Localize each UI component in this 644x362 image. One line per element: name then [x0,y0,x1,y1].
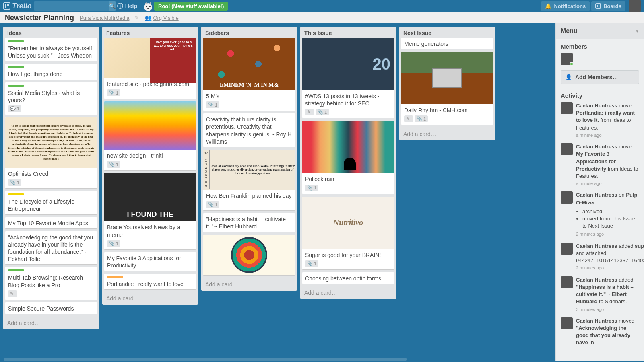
svg-point-0 [144,3,152,11]
boards-button[interactable]: Boards [591,1,625,11]
card-cover-image [104,101,196,150]
card-title: Multi-Tab Browsing: Research Blog Posts … [5,272,97,290]
card-cover-image [104,38,196,78]
card[interactable]: EMINEM 'N' M IN M&5 M's📎1 [203,38,295,111]
card[interactable]: Multi-Tab Browsing: Research Blog Posts … [5,267,97,300]
list-cards: featured site - pdxneighbors.com📎1new si… [102,38,198,292]
add-card-button[interactable]: Add a card… [3,317,99,329]
list: This Issue20#WDS 13 posts in 13 tweets -… [300,27,396,299]
list-title[interactable]: Next Issue [399,27,495,38]
card-cover-image [203,235,295,275]
pencil-icon: ✎ [406,116,410,121]
board-icon [3,2,10,10]
activity-avatar[interactable] [561,191,573,204]
org-link[interactable]: Pura Vida MultiMedia [80,15,129,21]
card[interactable]: "Remember to always be yourself. Unless … [5,38,97,61]
add-card-button[interactable]: Add a card… [102,292,198,305]
card[interactable]: Pollock rain📎1 [302,121,394,194]
card-badges: 📎1 [104,240,196,249]
add-card-button[interactable]: Add a card… [399,128,495,140]
card[interactable]: Simple Secure Passwords [5,302,97,314]
online-status-icon [570,62,574,66]
list: Ideas"Remember to always be yourself. Un… [3,27,99,329]
card-badges: 📎1 [104,89,196,99]
activity-avatar[interactable] [561,243,573,255]
list-title[interactable]: Features [102,27,198,38]
add-card-button[interactable]: Add a card… [300,286,396,299]
chevron-down-icon: ▼ [635,29,639,33]
app-header: Trello 🔍 ⓘ Help Roo! (New stuff availabl… [0,0,644,12]
help-button[interactable]: ⓘ Help [114,1,140,12]
activity-avatar[interactable] [561,143,573,155]
activity-item: Caelan Huntress moved My Favorite 3 Appl… [561,143,639,187]
paperclip-icon: 📎 [109,162,115,167]
card[interactable]: Creativity that blurs clarity is pretent… [203,113,295,147]
card-title: Choosing between optin forms [302,272,394,284]
card[interactable]: Read or overlook my acco and dine. Work.… [203,150,295,211]
horizontal-scrollbar[interactable] [4,358,407,361]
activity-timestamp: 3 minutes ago [576,306,639,313]
card[interactable]: Social Media Styles - what is yours?💬1 [5,82,97,115]
search-input[interactable] [34,3,109,9]
list-title[interactable]: This Issue [300,27,396,38]
roo-new-stuff-button[interactable]: Roo! (New stuff available!) [154,2,228,11]
user-avatar[interactable] [629,0,641,12]
svg-point-3 [147,8,149,9]
activity-timestamp: a minute ago [576,132,639,138]
comments-badge: 💬1 [8,105,21,112]
board-title[interactable]: Newsletter Planning [5,14,74,22]
card[interactable]: My Top 10 Favorite Mobile Apps [5,217,97,229]
list-cards: EMINEM 'N' M IN M&5 M's📎1Creativity that… [201,38,297,278]
trello-logo[interactable]: Trello [3,2,32,10]
activity-item: Caelan Huntress moved "Acknowledging the… [561,317,639,347]
card[interactable]: new site design - triniti📎1 [104,101,196,171]
card-cover-image: Read or overlook my acco and dine. Work.… [203,150,295,190]
card[interactable]: 20#WDS 13 posts in 13 tweets - strategy … [302,38,394,118]
card[interactable]: Choosing between optin forms [302,272,394,284]
activity-avatar[interactable] [561,276,573,288]
card-title: "Remember to always be yourself. Unless … [5,42,97,61]
card[interactable]: NutritivoSugar is good for your BRAIN!📎1 [302,197,394,270]
list-cards: Meme generatorsDaily Rhythm - CMH.com✎📎1 [399,38,495,128]
list-title[interactable]: Sidebars [201,27,297,38]
member-avatar[interactable] [561,53,573,65]
card[interactable]: Meme generators [401,38,493,49]
visibility-button[interactable]: 👥 Org Visible [145,15,178,21]
card-title: Social Media Styles - what is yours? [5,87,97,105]
notifications-button[interactable]: 🔔 Notifications [541,1,590,11]
attachments-badge: 📎1 [107,161,120,168]
card[interactable]: My Favorite 3 Applications for Productiv… [104,252,196,271]
list: Next IssueMeme generatorsDaily Rhythm - … [399,27,495,140]
menu-header[interactable]: Menu ▼ [556,23,644,39]
card[interactable]: I FOUND THEBrace Yourselves! News by a m… [104,173,196,249]
paperclip-icon: 📎 [307,185,313,191]
lists-container: Ideas"Remember to always be yourself. Un… [0,23,555,361]
activity-text: Caelan Huntress added superman to Sideba… [576,243,644,272]
add-card-button[interactable]: Add a card… [201,278,297,291]
activity-timestamp: 2 minutes ago [576,231,639,237]
add-members-button[interactable]: 👤 Add Members… [561,70,639,84]
card[interactable]: The Lifecycle of a Lifestyle Entrepreneu… [5,191,97,214]
card-badges: 💬1 [5,105,97,115]
card-title: How I get things done [5,68,97,79]
activity-section: Activity Caelan Huntress moved Portlandi… [556,88,644,356]
attachments-badge: 📎1 [107,240,120,247]
card[interactable]: To be so strong that nothing can disturb… [5,117,97,189]
card-cover-image: To be so strong that nothing can disturb… [5,117,97,168]
edit-board-button[interactable]: ✎ [135,15,139,21]
card[interactable]: "Acknowledging the good that you already… [5,231,97,265]
card[interactable]: Daily Rhythm - CMH.com✎📎1 [401,52,493,125]
card[interactable]: Portlandia: i really want to love [104,274,196,290]
card-badges: ✎📎1 [401,115,493,125]
card[interactable]: "Happiness is a habit – cultivate it." ~… [203,213,295,232]
activity-title: Activity [561,92,639,99]
list-title[interactable]: Ideas [3,27,99,38]
activity-avatar[interactable] [561,102,573,114]
card[interactable]: How I get things done [5,64,97,80]
info-icon: ⓘ [117,2,123,10]
activity-avatar[interactable] [561,317,573,329]
list-cards: "Remember to always be yourself. Unless … [3,38,99,317]
card[interactable]: featured site - pdxneighbors.com📎1 [104,38,196,99]
card-title: Brace Yourselves! News by a meme [104,221,196,240]
card[interactable] [203,235,295,276]
